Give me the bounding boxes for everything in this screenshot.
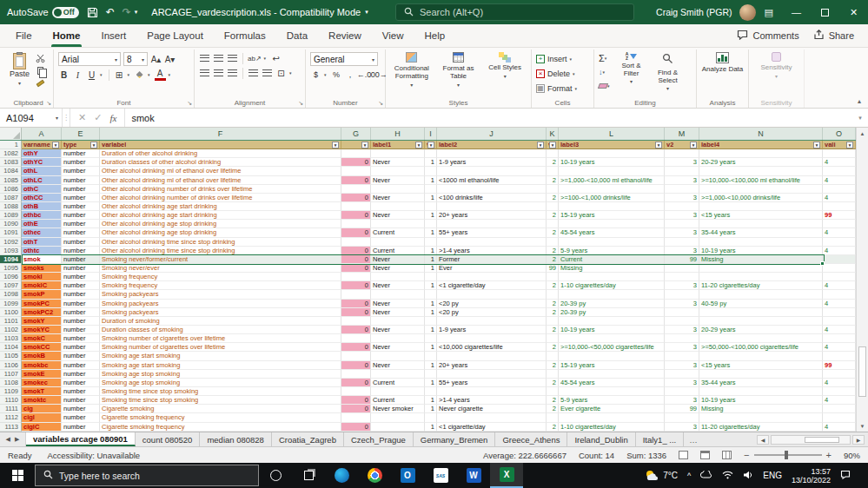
cell-I1101[interactable] (425, 317, 437, 326)
cell-I1091[interactable]: 1 (425, 228, 437, 237)
cell-H1113[interactable] (371, 423, 425, 432)
row-header-1112[interactable]: 1112 (0, 413, 22, 422)
sheet-tab-variables-arcage-080901[interactable]: variables arcage 080901 (26, 432, 136, 446)
cell-H1095[interactable]: Never (371, 264, 425, 273)
cell-A1096[interactable]: smokl (22, 273, 62, 281)
cell-H1091[interactable]: Current (371, 228, 425, 237)
cell-A1104[interactable]: smokCC (22, 343, 62, 352)
underline-button[interactable]: U (86, 69, 97, 81)
row-header-1097[interactable]: 1097 (0, 281, 22, 290)
cell-G1108[interactable]: 0 (341, 379, 371, 387)
cell-I1110[interactable]: 1 (425, 396, 437, 405)
cell-H1109[interactable] (371, 387, 425, 396)
sort-filter-button[interactable]: AZ Sort & Filter ▾ (615, 52, 648, 84)
cell-M1108[interactable]: 3 (665, 379, 699, 387)
table-row-1088[interactable]: 1088othBnumberOther alcohol drinking age… (0, 202, 856, 211)
cell-E1113[interactable]: number (62, 423, 100, 432)
cell-L1082[interactable] (559, 149, 665, 158)
cell-O1102[interactable]: 4 (823, 326, 856, 334)
field-header-v2[interactable]: v2▾ (665, 141, 699, 149)
table-row-1086[interactable]: 1086othCnumberOther alcohol drinking num… (0, 185, 856, 194)
cell-O1088[interactable] (823, 202, 856, 211)
table-row-1103[interactable]: 1103smokCnumberSmoking number of cigaret… (0, 334, 856, 343)
cell-N1089[interactable]: <15 years (699, 211, 823, 220)
cell-M1094[interactable]: 99 (665, 255, 699, 264)
bold-button[interactable]: B (58, 69, 70, 81)
close-button[interactable]: ✕ (839, 0, 868, 24)
word-app-button[interactable]: W (457, 463, 490, 488)
minimize-button[interactable]: — (782, 0, 811, 24)
cell-N1113[interactable]: 11-20 cigarettes/day (699, 423, 823, 432)
cell-H1083[interactable]: Never (371, 158, 425, 167)
cell-O1093[interactable]: 4 (823, 247, 856, 255)
field-header-varlabel[interactable]: varlabel▾ (100, 141, 341, 149)
cell-G1097[interactable]: 0 (341, 281, 371, 290)
cell-F1086[interactable]: Other alcohol drinking number of drinks … (100, 185, 341, 194)
cell-K1107[interactable] (547, 370, 559, 379)
clock[interactable]: 13:57 13/10/2022 (792, 467, 831, 485)
wrap-text-icon[interactable]: ↩ (270, 52, 282, 64)
table-row-1083[interactable]: 1083othYCnumberDuration classes of other… (0, 158, 856, 167)
row-header-1085[interactable]: 1085 (0, 176, 22, 185)
cell-G1095[interactable]: 0 (341, 264, 371, 273)
cell-I1097[interactable]: 1 (425, 281, 437, 290)
cell-E1108[interactable]: number (62, 379, 100, 387)
cell-J1109[interactable] (437, 387, 547, 396)
cell-N1103[interactable] (699, 334, 823, 343)
cell-F1089[interactable]: Other alcohol drinking age start drinkin… (100, 211, 341, 220)
cell-M1083[interactable]: 3 (665, 158, 699, 167)
font-color-dropdown-icon[interactable]: ▾ (169, 72, 171, 77)
cell-L1094[interactable]: Current (559, 255, 665, 264)
cell-F1109[interactable]: Smoking time since stop smoking (100, 387, 341, 396)
cell-A1082[interactable]: othY (22, 149, 62, 158)
table-row-1107[interactable]: 1107smokEnumberSmoking age stop smoking (0, 370, 856, 379)
cell-A1101[interactable]: smokY (22, 317, 62, 326)
cell-N1107[interactable] (699, 370, 823, 379)
sheet-tab-greece-athens[interactable]: Greece_Athens (495, 432, 567, 446)
cell-M1088[interactable] (665, 202, 699, 211)
cell-F1098[interactable]: Smoking packyears (100, 290, 341, 299)
align-right-icon[interactable] (227, 67, 238, 79)
start-button[interactable] (0, 463, 35, 488)
network-icon[interactable] (722, 471, 733, 481)
vertical-scrollbar[interactable]: ▲ ▼ (856, 128, 868, 432)
cortana-button[interactable] (259, 463, 292, 488)
table-row-1099[interactable]: 1099smokPCnumberSmoking packyears0Never1… (0, 300, 856, 308)
row-header-1096[interactable]: 1096 (0, 273, 22, 281)
cell-K1095[interactable]: 99 (547, 264, 559, 273)
cell-G1112[interactable] (341, 413, 371, 422)
cell-I1088[interactable] (425, 202, 437, 211)
cell-A1108[interactable]: smokec (22, 379, 62, 387)
cell-K1082[interactable] (547, 149, 559, 158)
copy-icon[interactable] (35, 66, 45, 76)
cell-F1102[interactable]: Duration classes of smoking (100, 326, 341, 334)
merge-center-icon[interactable]: ⊡ (275, 67, 287, 79)
cell-L1109[interactable] (559, 387, 665, 396)
cell-A1099[interactable]: smokPC (22, 300, 62, 308)
cell-O1086[interactable] (823, 185, 856, 194)
cell-E1110[interactable]: number (62, 396, 100, 405)
cell-G1107[interactable] (341, 370, 371, 379)
scroll-right-icon[interactable]: ▶ (852, 435, 865, 445)
collapse-ribbon-icon[interactable]: ▴ (858, 97, 861, 105)
share-button[interactable]: Share (813, 30, 854, 42)
cell-N1099[interactable]: 40-59 py (699, 300, 823, 308)
cell-K1096[interactable] (547, 273, 559, 281)
cell-K1083[interactable]: 2 (547, 158, 559, 167)
cell-K1089[interactable]: 2 (547, 211, 559, 220)
row-header-1090[interactable]: 1090 (0, 220, 22, 228)
row-header-1083[interactable]: 1083 (0, 158, 22, 167)
cell-F1106[interactable]: Smoking age start smoking (100, 361, 341, 370)
row-header-1102[interactable]: 1102 (0, 326, 22, 334)
vertical-scroll-thumb[interactable] (858, 346, 866, 397)
sheet-tab-ireland-dublin[interactable]: Ireland_Dublin (567, 432, 635, 446)
merge-dropdown-icon[interactable]: ▾ (289, 70, 292, 76)
cell-F1085[interactable]: Other alcohol drinking ml of ethanol ove… (100, 176, 341, 185)
column-header-O[interactable]: O (823, 128, 856, 140)
cell-M1095[interactable] (665, 264, 699, 273)
page-layout-view-icon[interactable] (700, 451, 710, 459)
cell-A1090[interactable]: othE (22, 220, 62, 228)
row-header-1088[interactable]: 1088 (0, 202, 22, 211)
cell-J1093[interactable]: >1-4 years (437, 247, 547, 255)
cell-F1108[interactable]: Smoking age stop smoking (100, 379, 341, 387)
